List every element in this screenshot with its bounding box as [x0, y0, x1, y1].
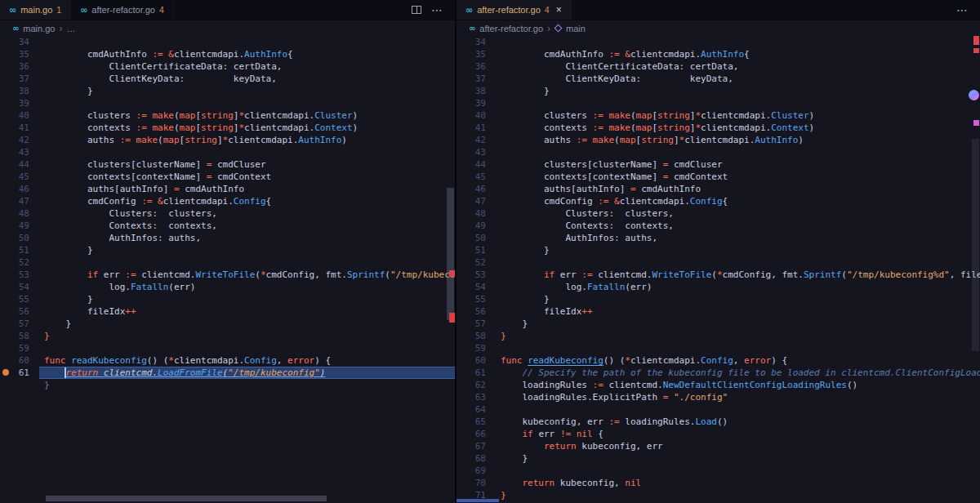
- code-line[interactable]: 60func readKubeconfig() (*clientcmdapi.C…: [0, 354, 455, 367]
- line-number[interactable]: 53: [457, 269, 496, 281]
- code-line[interactable]: 37 ClientKeyData: keyData,: [457, 73, 980, 85]
- line-number[interactable]: 38: [457, 85, 496, 97]
- line-number[interactable]: 55: [0, 293, 39, 305]
- tab-after-refactor-left[interactable]: ∞ after-refactor.go 4: [71, 0, 174, 20]
- line-number[interactable]: 50: [0, 232, 39, 244]
- code-line[interactable]: 39: [0, 97, 455, 109]
- code-line[interactable]: 57 }: [457, 318, 980, 330]
- vertical-scrollbar-thumb[interactable]: [972, 139, 979, 351]
- code-line[interactable]: 56 fileIdx++: [457, 305, 980, 318]
- code-line[interactable]: 57 }: [0, 318, 455, 330]
- line-number[interactable]: 59: [457, 342, 496, 354]
- line-number[interactable]: 59: [0, 342, 39, 354]
- line-number[interactable]: 42: [457, 134, 496, 146]
- code-line[interactable]: 36 ClientCertificateData: certData,: [457, 60, 980, 73]
- code-line[interactable]: 42 auths := make(map[string]*clientcmdap…: [0, 134, 455, 146]
- line-number[interactable]: 50: [457, 232, 496, 244]
- line-number[interactable]: 60: [457, 354, 496, 367]
- horizontal-scrollbar-thumb[interactable]: [46, 496, 327, 501]
- code-line[interactable]: 35 cmdAuthInfo := &clientcmdapi.AuthInfo…: [0, 48, 455, 60]
- code-line[interactable]: 34: [457, 36, 980, 48]
- code-line[interactable]: 42 auths := make(map[string]*clientcmdap…: [457, 134, 980, 146]
- code-line[interactable]: 47 cmdConfig := &clientcmdapi.Config{: [457, 195, 980, 207]
- line-number[interactable]: 64: [457, 403, 496, 416]
- code-line[interactable]: 45 contexts[contextName] = cmdContext: [0, 171, 455, 183]
- line-number[interactable]: 47: [0, 195, 39, 207]
- line-number[interactable]: 39: [0, 97, 39, 109]
- code-line[interactable]: 50 AuthInfos: auths,: [0, 232, 455, 244]
- line-number[interactable]: 54: [0, 281, 39, 293]
- line-number[interactable]: 49: [0, 220, 39, 232]
- code-line[interactable]: 52: [457, 256, 980, 269]
- code-line[interactable]: }: [0, 379, 455, 391]
- code-line[interactable]: 41 contexts := make(map[string]*clientcm…: [457, 122, 980, 134]
- line-number[interactable]: 43: [0, 146, 39, 158]
- code-line[interactable]: 50 AuthInfos: auths,: [457, 232, 980, 244]
- code-line[interactable]: 71}: [457, 489, 980, 501]
- code-line[interactable]: 35 cmdAuthInfo := &clientcmdapi.AuthInfo…: [457, 48, 980, 60]
- line-number[interactable]: 60: [0, 354, 39, 367]
- line-number[interactable]: 55: [457, 293, 496, 305]
- line-number[interactable]: 56: [457, 305, 496, 318]
- line-number[interactable]: 38: [0, 85, 39, 97]
- line-number[interactable]: 58: [0, 330, 39, 342]
- code-line[interactable]: 49 Contexts: contexts,: [0, 220, 455, 232]
- breadcrumb-item-symbol[interactable]: main: [566, 24, 586, 33]
- code-line[interactable]: 46 auths[authInfo] = cmdAuthInfo: [457, 183, 980, 195]
- code-line[interactable]: 43: [457, 146, 980, 158]
- code-line[interactable]: 53 if err := clientcmd.WriteToFile(*cmdC…: [0, 269, 455, 281]
- line-number[interactable]: 70: [457, 477, 496, 489]
- line-number[interactable]: 41: [0, 122, 39, 134]
- code-line[interactable]: 47 cmdConfig := &clientcmdapi.Config{: [0, 195, 455, 207]
- code-line[interactable]: 44 clusters[clusterName] = cmdCluser: [457, 158, 980, 171]
- line-number[interactable]: 48: [457, 207, 496, 220]
- line-number[interactable]: 40: [0, 109, 39, 122]
- vertical-scrollbar-thumb[interactable]: [447, 188, 454, 320]
- code-line[interactable]: 40 clusters := make(map[string]*clientcm…: [457, 109, 980, 122]
- code-line[interactable]: 46 auths[authInfo] = cmdAuthInfo: [0, 183, 455, 195]
- code-line[interactable]: 48 Clusters: clusters,: [0, 207, 455, 220]
- code-line[interactable]: 63 loadingRules.ExplicitPath = "./config…: [457, 391, 980, 403]
- code-line[interactable]: 34: [0, 36, 455, 48]
- code-line[interactable]: 64: [457, 403, 980, 416]
- line-number[interactable]: 36: [0, 60, 39, 73]
- code-line[interactable]: 48 Clusters: clusters,: [457, 207, 980, 220]
- line-number[interactable]: 46: [457, 183, 496, 195]
- line-number[interactable]: 57: [0, 318, 39, 330]
- line-number[interactable]: 57: [457, 318, 496, 330]
- line-number[interactable]: 66: [457, 428, 496, 440]
- code-line[interactable]: 49 Contexts: contexts,: [457, 220, 980, 232]
- line-number[interactable]: 41: [457, 122, 496, 134]
- copilot-badge-icon[interactable]: [969, 90, 979, 100]
- line-number[interactable]: 35: [0, 48, 39, 60]
- code-line[interactable]: 68 }: [457, 452, 980, 465]
- code-line[interactable]: 43: [0, 146, 455, 158]
- line-number[interactable]: 37: [457, 73, 496, 85]
- breadcrumb-item-file[interactable]: after-refactor.go: [479, 24, 543, 33]
- line-number[interactable]: 48: [0, 207, 39, 220]
- code-line[interactable]: 44 clusters[clusterName] = cmdCluser: [0, 158, 455, 171]
- line-number[interactable]: 53: [0, 269, 39, 281]
- more-actions-icon[interactable]: ⋯: [431, 4, 443, 16]
- line-number[interactable]: 34: [457, 36, 496, 48]
- line-number[interactable]: 44: [457, 158, 496, 171]
- line-number[interactable]: 63: [457, 391, 496, 403]
- code-line[interactable]: 54 log.Fatalln(err): [457, 281, 980, 293]
- line-number[interactable]: 46: [0, 183, 39, 195]
- line-number[interactable]: 42: [0, 134, 39, 146]
- code-line[interactable]: 66 if err != nil {: [457, 428, 980, 440]
- line-number[interactable]: 43: [457, 146, 496, 158]
- line-number[interactable]: 61: [457, 367, 496, 379]
- code-line[interactable]: 51 }: [0, 244, 455, 256]
- code-line[interactable]: 60func readKubeconfig() (*clientcmdapi.C…: [457, 354, 980, 367]
- code-line[interactable]: 45 contexts[contextName] = cmdContext: [457, 171, 980, 183]
- split-editor-icon[interactable]: [412, 6, 421, 14]
- line-number[interactable]: 69: [457, 465, 496, 477]
- line-number[interactable]: 61: [0, 367, 39, 379]
- breakpoint-dot[interactable]: [2, 369, 9, 376]
- code-line[interactable]: 62 loadingRules := clientcmd.NewDefaultC…: [457, 379, 980, 391]
- line-number[interactable]: 49: [457, 220, 496, 232]
- line-number[interactable]: 58: [457, 330, 496, 342]
- line-number[interactable]: 45: [457, 171, 496, 183]
- line-number[interactable]: 54: [457, 281, 496, 293]
